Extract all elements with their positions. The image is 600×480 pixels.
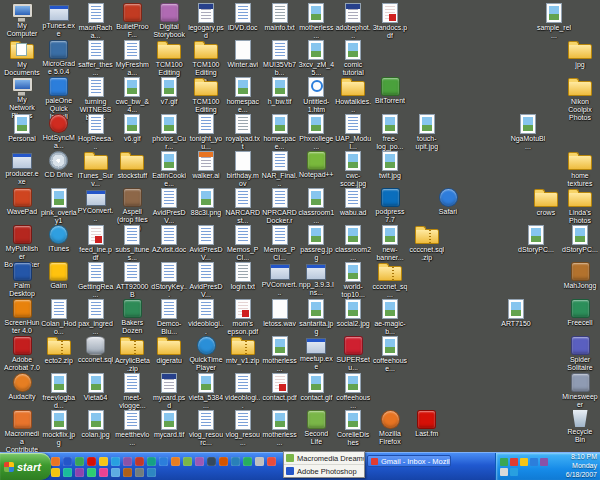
desktop-icon-vlog-resou[interactable]: vlog_resou... <box>225 409 261 447</box>
desktop-icon-maonracha[interactable]: maonRacha... <box>78 2 114 40</box>
quick-launch-icon[interactable] <box>123 468 132 477</box>
desktop-icon-royalpad-txt[interactable]: royalpad.txt <box>225 113 261 151</box>
desktop-icon-free-log-po[interactable]: free-log_po... <box>372 113 408 151</box>
desktop-icon-ptunes-exe[interactable]: pTunes.exe <box>41 2 77 38</box>
desktop-icon-crows[interactable]: crows <box>528 187 564 217</box>
desktop-icon-motherless[interactable]: motherless... <box>262 335 298 373</box>
desktop-icon-pax-ingred[interactable]: pax_ingred... <box>78 298 114 336</box>
desktop-icon-bakers-dozen[interactable]: Bakers Dozen <box>114 298 150 335</box>
desktop-icon-eatincookie[interactable]: EatinCookie... <box>151 150 187 188</box>
quick-launch-icon[interactable] <box>51 457 60 466</box>
desktop-icon-adobephot[interactable]: adobephot... <box>335 2 371 40</box>
desktop-icon-letoss-wav[interactable]: letoss.wav <box>262 298 298 328</box>
desktop-icon-santarita-jpg[interactable]: santarita.jpg <box>298 298 334 336</box>
desktop-icon-linda-s-photos[interactable]: Linda's Photos <box>562 187 598 225</box>
tray-icon[interactable] <box>500 458 508 466</box>
desktop-icon-tonight-you[interactable]: tonight_you... <box>188 113 224 151</box>
desktop-icon-twit-jpg[interactable]: twit.jpg <box>372 150 408 180</box>
desktop-icon-pvconvert[interactable]: PVConvert... <box>262 261 298 297</box>
quick-launch-icon[interactable] <box>135 457 144 466</box>
desktop-icon-v7-gif[interactable]: v7.gif <box>151 76 187 106</box>
desktop-icon-uap-modul[interactable]: UAP_Modul... <box>335 113 371 151</box>
quick-launch-icon[interactable] <box>63 457 72 466</box>
quick-launch-icon[interactable] <box>87 468 96 477</box>
quick-launch-icon[interactable] <box>87 457 96 466</box>
quick-launch-icon[interactable] <box>243 457 252 466</box>
desktop-icon-freecell[interactable]: Freecell <box>562 298 598 327</box>
desktop-icon-second-life[interactable]: Second Life <box>298 409 334 446</box>
desktop-icon-art7150[interactable]: ART7150 <box>498 298 534 328</box>
desktop-icon-mui35vb7b[interactable]: MUI35Vb7b... <box>262 39 298 77</box>
desktop-icon-subs-itunes[interactable]: subs_itunes... <box>114 224 150 262</box>
desktop-icon-classroom1[interactable]: classroom1... <box>298 187 334 225</box>
desktop-icon-macromedia-contribute-3[interactable]: Macromedia Contribute 3 <box>4 409 40 455</box>
tray-icon[interactable] <box>520 458 528 466</box>
desktop-icon-cwc-scoe-jpg[interactable]: cwc-scoe.jpg <box>335 150 371 188</box>
desktop-icon-coffeehouse[interactable]: coffeehouse... <box>372 335 408 373</box>
desktop-icon-gettingrea[interactable]: GettingRea... <box>78 261 114 299</box>
desktop-icon-feed-ine-pdf[interactable]: feed_ine.pdf <box>78 224 114 262</box>
desktop-icon-podpress-7-7[interactable]: podpress 7.7 <box>372 187 408 224</box>
desktop-icon-v6-gif[interactable]: v6.gif <box>114 113 150 143</box>
desktop-icon-producer-exe[interactable]: producer.exe <box>4 150 40 186</box>
desktop-icon-personal[interactable]: Personal <box>4 113 40 143</box>
desktop-icon-idvd-doc[interactable]: iDVD.doc <box>225 2 261 32</box>
quick-launch-icon[interactable] <box>171 457 180 466</box>
quick-launch-icon[interactable] <box>147 457 156 466</box>
desktop-icon-vlog-resourc[interactable]: vlog_resourc... <box>188 409 224 447</box>
desktop-icon-notepad[interactable]: Notepad++ <box>298 150 334 179</box>
desktop-icon-avidpresdv[interactable]: AvidPresDV... <box>188 224 224 262</box>
desktop-icon-recycle-bin[interactable]: Recycle Bin <box>562 409 598 444</box>
tray-icon[interactable] <box>530 458 538 466</box>
desktop-icon-contact-pdf[interactable]: contact.pdf <box>262 372 298 402</box>
desktop-icon-wavepad[interactable]: WavePad <box>4 187 40 216</box>
desktop-icon-legogary-psd[interactable]: legogary.psd <box>188 2 224 40</box>
desktop-icon-hotsyncma[interactable]: HotSyncMa... <box>41 113 77 150</box>
desktop-icon-homespace[interactable]: homespace... <box>262 113 298 151</box>
desktop-icon-videoblogi[interactable]: videoblogi... <box>188 298 224 336</box>
desktop-icon-demco-blu[interactable]: Demco-Blu... <box>151 298 187 336</box>
desktop-icon-itunes[interactable]: iTunes <box>41 224 77 253</box>
desktop-icon-phxcollege[interactable]: Phxcollege... <box>298 113 334 151</box>
quick-launch-icon[interactable] <box>267 457 276 466</box>
desktop-icon-videoblogi[interactable]: videoblogi... <box>225 372 261 410</box>
desktop-icon-h-bw-tif[interactable]: h_bw.tif <box>262 76 298 106</box>
desktop-icon-acrylicbeta-zip[interactable]: AcrylicBeta.zip <box>114 335 150 373</box>
desktop-icon-howtalkies[interactable]: Howtalkies... <box>335 76 371 114</box>
desktop-icon-spider-solitaire[interactable]: Spider Solitaire <box>562 335 598 372</box>
desktop-icon-audacity[interactable]: Audacity <box>4 372 40 401</box>
desktop-icon-passreg-jpg[interactable]: passreg.jpg <box>298 224 334 262</box>
desktop-icon-freevlogbad[interactable]: freevlogbad... <box>41 372 77 410</box>
desktop-icon-dstorypc[interactable]: dStoryPC... <box>518 224 554 254</box>
desktop-icon-memos-pci[interactable]: Memos_PCI... <box>225 224 261 262</box>
desktop-icon-homespace[interactable]: homespace... <box>225 76 261 114</box>
desktop-icon-meetthevlo[interactable]: meetthevlo... <box>114 409 150 447</box>
desktop-icon-ae-magic-b[interactable]: ae-magic-b... <box>372 298 408 336</box>
desktop-icon-contact-gif[interactable]: contact.gif <box>298 372 334 402</box>
desktop-icon-nikon-coolpix-photos[interactable]: Nikon Coolpix Photos <box>562 76 598 122</box>
desktop-icon-pink-overlay1[interactable]: pink_overlay1 <box>41 187 77 225</box>
start-button[interactable]: start <box>0 453 51 480</box>
desktop-icon-gaim[interactable]: Gaim <box>41 261 77 290</box>
desktop-icon-home-textures[interactable]: home textures <box>562 150 598 188</box>
desktop-icon-mom-s-epson-pdf[interactable]: mom's epson.pdf <box>225 298 261 336</box>
desktop-icon-colan-hodo[interactable]: Colan_Hodo... <box>41 298 77 336</box>
taskbar-button-gmail-inbox-mozill[interactable]: Gmail - Inbox - Mozill... <box>367 455 451 467</box>
desktop-icon-wabu-ad[interactable]: wabu.ad <box>335 187 371 217</box>
desktop-icon-ecto2-zip[interactable]: ecto2.zip <box>41 335 77 365</box>
desktop-icon-jpg[interactable]: jpg <box>562 39 598 69</box>
tray-icon[interactable] <box>510 458 518 466</box>
desktop-icon-mycard-psd[interactable]: mycard.psd <box>151 372 187 410</box>
desktop-icon-safari[interactable]: Safari <box>430 187 466 216</box>
desktop-icon-my-documents[interactable]: My Documents <box>4 39 40 77</box>
desktop-icon-mahjongg[interactable]: MahJongg <box>562 261 598 290</box>
desktop-icon-ccconet-sql[interactable]: ccconet.sql <box>78 335 114 364</box>
desktop-icon-palm-desktop[interactable]: Palm Desktop <box>4 261 40 298</box>
desktop-icon-cwc-bw-4[interactable]: cwc_bw_&4... <box>114 76 150 114</box>
desktop-icon-birthday-mov[interactable]: birthday.mov <box>225 150 261 188</box>
quick-launch-icon[interactable] <box>255 457 264 466</box>
desktop-icon-hopreesa[interactable]: HopReesa... <box>78 113 114 151</box>
desktop-icon-meetup-exe[interactable]: meetup.exe <box>298 335 334 371</box>
desktop-icon-myfreshma[interactable]: MyFreshma... <box>114 39 150 77</box>
quick-launch-icon[interactable] <box>75 468 84 477</box>
